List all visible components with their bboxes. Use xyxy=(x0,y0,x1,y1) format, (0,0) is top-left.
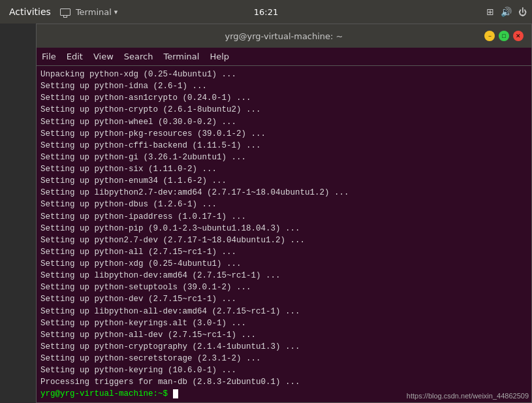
terminal-indicator: Terminal ▾ xyxy=(60,7,117,17)
activities-button[interactable]: Activities xyxy=(5,5,55,18)
terminal-dropdown-icon[interactable]: ▾ xyxy=(114,8,118,16)
terminal-output: Unpacking python-xdg (0.25-4ubuntu1) ...… xyxy=(40,69,527,400)
menu-view[interactable]: View xyxy=(93,52,114,61)
menu-bar: File Edit View Search Terminal Help xyxy=(37,48,531,66)
terminal-body: Unpacking python-xdg (0.25-4ubuntu1) ...… xyxy=(37,66,531,402)
terminal-label: Terminal xyxy=(76,7,112,17)
menu-edit[interactable]: Edit xyxy=(67,52,83,61)
network-icon[interactable]: ⊞ xyxy=(486,7,494,17)
monitor-icon xyxy=(60,8,70,16)
system-bar-right: ⊞ 🔊 ⏻ xyxy=(486,7,527,17)
window-controls: － □ ✕ xyxy=(484,31,524,41)
system-bar: Activities Terminal ▾ 16:21 ⊞ 🔊 ⏻ xyxy=(0,0,532,24)
watermark: https://blog.csdn.net/weixin_44862509 xyxy=(407,392,529,400)
title-bar: yrg@yrg-virtual-machine: ~ － □ ✕ xyxy=(37,24,531,48)
close-button[interactable]: ✕ xyxy=(513,31,524,41)
minimize-button[interactable]: － xyxy=(484,31,495,41)
menu-help[interactable]: Help xyxy=(210,52,229,61)
menu-file[interactable]: File xyxy=(42,52,56,61)
volume-icon[interactable]: 🔊 xyxy=(501,7,512,17)
system-time: 16:21 xyxy=(254,7,278,17)
menu-search[interactable]: Search xyxy=(124,52,153,61)
menu-terminal[interactable]: Terminal xyxy=(163,52,199,61)
maximize-button[interactable]: □ xyxy=(499,31,509,41)
power-icon[interactable]: ⏻ xyxy=(518,7,527,17)
system-bar-left: Activities Terminal ▾ xyxy=(5,5,117,18)
terminal-window: yrg@yrg-virtual-machine: ~ － □ ✕ File Ed… xyxy=(36,24,532,403)
window-title: yrg@yrg-virtual-machine: ~ xyxy=(225,31,343,41)
